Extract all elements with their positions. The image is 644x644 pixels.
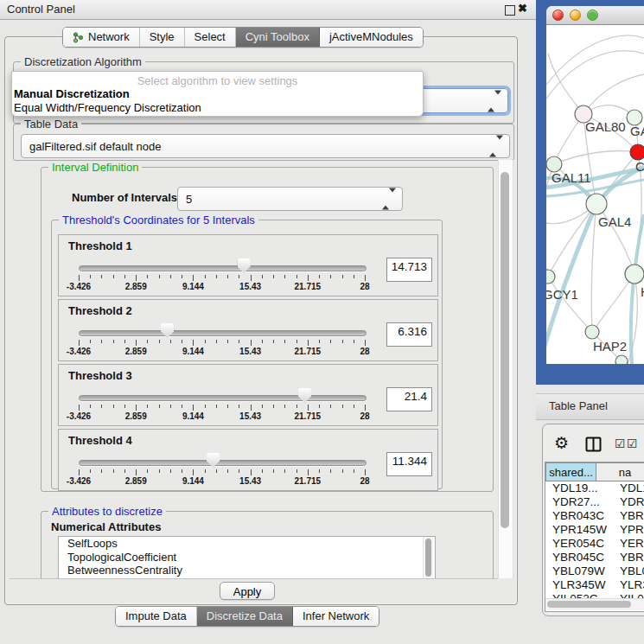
network-node-label: GAL4: [598, 214, 631, 229]
threshold-label: Threshold 4: [68, 434, 132, 447]
columns-icon[interactable]: [585, 437, 602, 456]
tab-discretize-data[interactable]: Discretize Data: [197, 607, 293, 626]
network-view-frame: GAL80GACGAL11GAL4GCY1HHAP2: [536, 0, 644, 385]
table-cell: YLR345W: [545, 578, 611, 592]
table-cell: YER054C: [545, 537, 611, 551]
gear-icon[interactable]: ⚙: [554, 433, 569, 453]
window-title: Control Panel: [7, 3, 75, 16]
table-hscrollbar[interactable]: [545, 598, 644, 610]
list-item[interactable]: TopologicalCoefficient: [59, 551, 435, 564]
network-canvas[interactable]: GAL80GACGAL11GAL4GCY1HHAP2: [546, 25, 644, 364]
table-cell: YBR043C: [545, 509, 611, 523]
apply-button[interactable]: Apply: [220, 582, 275, 600]
column-header[interactable]: shared...: [545, 462, 596, 481]
threshold-panel: Threshold 2-3.4262.8599.14415.4321.71528…: [58, 299, 438, 361]
network-node-gcy1[interactable]: [546, 270, 555, 284]
network-node-red-node[interactable]: [630, 144, 644, 160]
table-cell: YDR27...: [545, 495, 611, 509]
table-cell: YBR0: [611, 551, 644, 564]
algorithm-dropdown-popup: Select algorithm to view settings Manual…: [11, 71, 424, 117]
control-panel-tab-strip: NetworkStyleSelectCyni ToolboxjActiveMNo…: [62, 27, 424, 48]
table-row[interactable]: YBL079WYBL0: [545, 564, 644, 578]
scrollbar-thumb[interactable]: [501, 172, 509, 528]
minimize-traffic-light[interactable]: [570, 10, 581, 21]
scrollbar-thumb[interactable]: [547, 601, 631, 608]
table-row[interactable]: YDR27...YDR2: [545, 495, 644, 509]
table-cell: YDL1: [611, 481, 644, 495]
network-node-h-node[interactable]: [625, 265, 644, 284]
threshold-panel: Threshold 4-3.4262.8599.14415.4321.71528…: [58, 429, 438, 491]
table-cell: YBR045C: [545, 551, 611, 564]
close-icon[interactable]: ✖: [518, 2, 527, 15]
tab-cyni-toolbox[interactable]: Cyni Toolbox: [236, 28, 320, 47]
table-row[interactable]: YLR345WYLR3: [545, 578, 644, 592]
table-row[interactable]: YBR043CYBR0: [545, 509, 644, 523]
tab-infer-network[interactable]: Infer Network: [293, 607, 379, 626]
threshold-slider-track[interactable]: [79, 265, 367, 271]
dropdown-prompt: Select algorithm to view settings: [12, 72, 423, 87]
network-node-gal4[interactable]: [586, 194, 607, 214]
table-row[interactable]: YPR145WYPR1: [545, 523, 644, 537]
table-row[interactable]: YDL19...YDL1: [545, 481, 644, 495]
panel-scrollbar[interactable]: [498, 160, 513, 578]
table-row[interactable]: YER054CYER0: [545, 537, 644, 551]
group-title: Interval Definition: [48, 161, 142, 174]
group-title: Table Data: [21, 118, 81, 131]
table-cell: YBL0: [611, 564, 644, 578]
threshold-slider-track[interactable]: [79, 330, 367, 336]
table-row[interactable]: YBR045CYBR0: [545, 551, 644, 564]
number-of-intervals-combo[interactable]: 5: [177, 187, 403, 211]
scrollbar-thumb[interactable]: [425, 539, 431, 577]
numerical-attributes-list[interactable]: SelfLoopsTopologicalCoefficientBetweenne…: [58, 536, 436, 579]
network-node-label: GAL80: [585, 119, 626, 134]
network-node-label: H: [641, 284, 644, 299]
zoom-traffic-light[interactable]: [587, 10, 598, 21]
tab-label: Select: [194, 28, 226, 47]
tab-label: Impute Data: [125, 607, 187, 626]
checkbox-icon[interactable]: ☑: [627, 437, 638, 450]
tab-network[interactable]: Network: [63, 28, 140, 47]
table-row[interactable]: YIL052CYIL0: [545, 592, 644, 598]
checkbox-icon[interactable]: ☑: [615, 437, 626, 450]
network-node-label: GA: [630, 124, 644, 138]
group-title: Attributes to discretize: [48, 505, 166, 518]
network-icon: [73, 32, 84, 43]
float-window-icon[interactable]: [505, 5, 515, 16]
network-node-hap2[interactable]: [585, 325, 599, 339]
network-node-label: C: [635, 159, 644, 174]
tab-label: Style: [150, 28, 175, 47]
algorithm-option[interactable]: Manual Discretization: [12, 87, 423, 101]
threshold-panel: Threshold 1-3.4262.8599.14415.4321.71528…: [58, 234, 438, 296]
threshold-slider-track[interactable]: [79, 460, 367, 466]
table-cell: YBL079W: [545, 564, 611, 578]
column-header[interactable]: na: [596, 462, 644, 481]
table-body: YDL19...YDL1YDR27...YDR2YBR043CYBR0YPR14…: [545, 481, 644, 598]
slider-tick-labels: -3.4262.8599.14415.4321.71528: [79, 476, 365, 487]
threshold-slider-track[interactable]: [79, 395, 367, 401]
table-panel-titlebar: Table Panel: [536, 393, 644, 420]
tab-select[interactable]: Select: [185, 28, 236, 47]
table-cell: YDL19...: [545, 481, 611, 495]
table-data-combo[interactable]: galFiltered.sif default node: [21, 134, 510, 158]
combo-arrows-icon: [489, 140, 503, 153]
tab-style[interactable]: Style: [140, 28, 185, 47]
network-node-label: HAP2: [593, 339, 627, 354]
list-scrollbar[interactable]: [423, 537, 433, 579]
threshold-value-field[interactable]: 14.713: [386, 258, 432, 282]
tab-jactivemnodules[interactable]: jActiveMNodules: [320, 28, 423, 47]
network-node-label: GAL11: [552, 170, 591, 185]
threshold-value-field[interactable]: 21.4: [386, 387, 432, 411]
threshold-value-field[interactable]: 6.316: [386, 322, 432, 347]
algorithm-option[interactable]: Equal Width/Frequency Discretization: [12, 101, 423, 115]
interval-definition-group: Interval Definition Number of Intervals …: [41, 167, 494, 492]
thresholds-group: Threshold's Coordinates for 5 Intervals …: [51, 220, 443, 489]
network-node-bottom-node[interactable]: [615, 355, 628, 364]
list-item[interactable]: BetweennessCentrality: [59, 564, 435, 577]
list-item[interactable]: SelfLoops: [59, 537, 435, 551]
cyni-toolbox-panel: Discretization Algorithm Select algorith…: [4, 36, 518, 605]
threshold-value-field[interactable]: 11.344: [386, 452, 432, 476]
table-cell: YPR145W: [545, 523, 611, 537]
table-cell: YIL052C: [545, 592, 611, 598]
close-traffic-light[interactable]: [552, 10, 564, 21]
tab-impute-data[interactable]: Impute Data: [116, 607, 197, 626]
